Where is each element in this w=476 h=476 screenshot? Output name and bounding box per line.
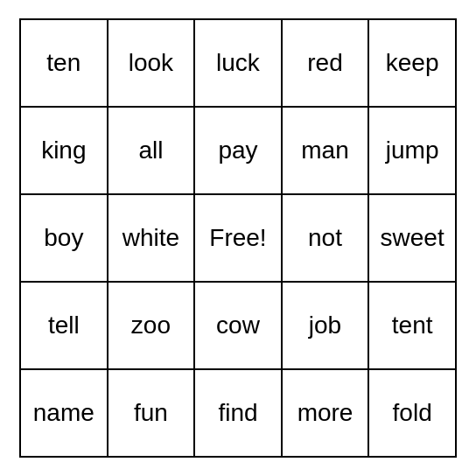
cell-0-1: look: [108, 19, 195, 107]
cell-3-3: job: [282, 282, 369, 369]
cell-2-1: white: [108, 194, 195, 282]
cell-2-3: not: [282, 194, 369, 282]
cell-2-0: boy: [20, 194, 108, 282]
cell-1-0: king: [20, 107, 108, 194]
bingo-board: tenlookluckredkeepkingallpaymanjumpboywh…: [19, 18, 457, 458]
cell-1-3: man: [282, 107, 369, 194]
cell-1-4: jump: [368, 107, 456, 194]
cell-0-3: red: [282, 19, 369, 107]
cell-4-0: name: [20, 369, 108, 457]
cell-0-2: luck: [194, 19, 282, 107]
cell-4-2: find: [194, 369, 282, 457]
cell-0-0: ten: [20, 19, 108, 107]
cell-1-1: all: [108, 107, 195, 194]
cell-3-1: zoo: [108, 282, 195, 369]
cell-0-4: keep: [368, 19, 456, 107]
cell-3-4: tent: [368, 282, 456, 369]
cell-3-2: cow: [194, 282, 282, 369]
cell-4-3: more: [282, 369, 369, 457]
cell-2-4: sweet: [368, 194, 456, 282]
cell-2-2: Free!: [194, 194, 282, 282]
cell-4-4: fold: [368, 369, 456, 457]
cell-3-0: tell: [20, 282, 108, 369]
cell-1-2: pay: [194, 107, 282, 194]
cell-4-1: fun: [108, 369, 195, 457]
